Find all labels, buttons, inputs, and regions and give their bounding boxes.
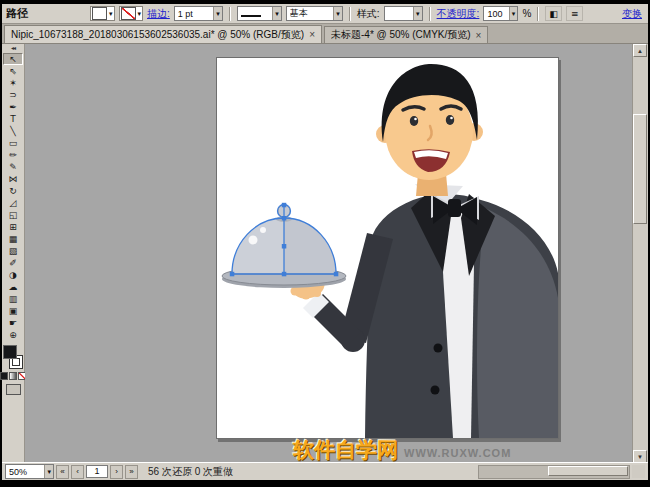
- paintbrush-tool[interactable]: ✏: [3, 149, 23, 161]
- color-mode-row: [0, 372, 26, 380]
- transform-link[interactable]: 变换: [622, 7, 642, 21]
- direct-selection-tool[interactable]: ⇖: [3, 65, 23, 77]
- close-icon[interactable]: ×: [476, 30, 482, 41]
- watermark-brand: 软件自学网: [293, 436, 398, 463]
- separator: [537, 7, 539, 21]
- width-tool[interactable]: ⋈: [3, 173, 23, 185]
- horizontal-scrollbar[interactable]: [478, 465, 630, 479]
- hand-tool[interactable]: ☛: [3, 317, 23, 329]
- separator: [429, 7, 431, 21]
- canvas-area[interactable]: 软件自学网 WWW.RUXW.COM: [25, 44, 632, 463]
- vertical-scrollbar[interactable]: ▲ ▼: [632, 44, 648, 463]
- close-icon[interactable]: ×: [309, 29, 315, 40]
- stroke-link[interactable]: 描边:: [147, 7, 170, 21]
- waiter-illustration: [217, 58, 558, 438]
- horizontal-scrollbar-thumb[interactable]: [548, 466, 628, 476]
- eyedropper-tool[interactable]: ✐: [3, 257, 23, 269]
- watermark: 软件自学网 WWW.RUXW.COM: [293, 436, 511, 463]
- last-artboard-button[interactable]: »: [125, 465, 138, 479]
- column-graph-tool[interactable]: ▥: [3, 293, 23, 305]
- tab-document-1[interactable]: Nipic_10673188_20180306153602536035.ai* …: [4, 25, 322, 43]
- scrollbar-corner: [632, 465, 645, 478]
- selection-tool[interactable]: ↖: [3, 53, 23, 65]
- fill-color-control[interactable]: [90, 6, 115, 21]
- line-segment-tool[interactable]: ╲: [3, 125, 23, 137]
- style-label: 样式:: [357, 7, 380, 21]
- tab-title: 未标题-4* @ 50% (CMYK/预览): [331, 28, 471, 42]
- blend-tool[interactable]: ◑: [3, 269, 23, 281]
- rotate-tool[interactable]: ↻: [3, 185, 23, 197]
- fill-swatch: [92, 7, 107, 20]
- zoom-tool[interactable]: ⊕: [3, 329, 23, 341]
- symbol-sprayer-tool[interactable]: ☁: [3, 281, 23, 293]
- tab-document-2[interactable]: 未标题-4* @ 50% (CMYK/预览) ×: [324, 26, 488, 43]
- waiter-head: [376, 64, 483, 196]
- opacity-suffix: %: [522, 8, 531, 19]
- artboard[interactable]: [216, 57, 559, 439]
- vertical-scrollbar-thumb[interactable]: [633, 114, 647, 224]
- stroke-color-control[interactable]: [119, 6, 144, 21]
- scroll-up-icon[interactable]: ▲: [633, 44, 647, 57]
- fill-color-box[interactable]: [3, 345, 17, 359]
- opacity-link[interactable]: 不透明度:: [437, 7, 480, 21]
- status-bar: 50% « ‹ 1 › » 56 次还原 0 次重做: [2, 462, 648, 480]
- first-artboard-button[interactable]: «: [56, 465, 69, 479]
- tool-list: ↖⇖✶⊃✒T╲▭✏✎⋈↻◿◱⊞▦▧✐◑☁▥▣☛⊕: [3, 53, 23, 341]
- recolor-artwork-icon[interactable]: ◧: [545, 6, 562, 21]
- opacity-value: 100: [487, 9, 506, 19]
- brush-name: 基本: [290, 7, 331, 20]
- gradient-tool[interactable]: ▧: [3, 245, 23, 257]
- color-button[interactable]: [0, 372, 8, 380]
- screenshot-root: 路径 描边: 1 pt 基本 样式: 不透明度: 100 % ◧ ≡ 变换 Ni…: [0, 0, 650, 487]
- rectangle-tool[interactable]: ▭: [3, 137, 23, 149]
- opacity-combo[interactable]: 100: [483, 6, 518, 21]
- tab-title: Nipic_10673188_20180306153602536035.ai* …: [11, 28, 304, 42]
- stroke-weight-value: 1 pt: [178, 9, 211, 19]
- perspective-grid-tool[interactable]: ⊞: [3, 221, 23, 233]
- toolbar-collapse[interactable]: ◂◂: [11, 44, 15, 53]
- type-tool[interactable]: T: [3, 113, 23, 125]
- scale-tool[interactable]: ◿: [3, 197, 23, 209]
- brush-profile-combo[interactable]: [237, 6, 282, 21]
- stroke-none-swatch: [121, 7, 136, 20]
- pencil-tool[interactable]: ✎: [3, 161, 23, 173]
- next-artboard-button[interactable]: ›: [110, 465, 123, 479]
- artboard-tool[interactable]: ▣: [3, 305, 23, 317]
- document-tab-bar: Nipic_10673188_20180306153602536035.ai* …: [2, 24, 648, 44]
- pen-tool[interactable]: ✒: [3, 101, 23, 113]
- artboard-number-field[interactable]: 1: [86, 465, 108, 478]
- align-icon[interactable]: ≡: [566, 6, 583, 21]
- zoom-value: 50%: [9, 467, 42, 477]
- brush-stroke-preview-icon: [241, 15, 261, 17]
- brush-definition-combo[interactable]: 基本: [286, 6, 343, 21]
- waiter-body: [365, 184, 558, 438]
- lasso-tool[interactable]: ⊃: [3, 89, 23, 101]
- tools-panel: ◂◂ ↖⇖✶⊃✒T╲▭✏✎⋈↻◿◱⊞▦▧✐◑☁▥▣☛⊕: [2, 44, 25, 463]
- gradient-button[interactable]: [9, 372, 17, 380]
- control-panel: 路径 描边: 1 pt 基本 样式: 不透明度: 100 % ◧ ≡ 变换: [2, 4, 648, 24]
- zoom-combo[interactable]: 50%: [5, 464, 54, 479]
- separator: [349, 7, 351, 21]
- style-combo[interactable]: [384, 6, 423, 21]
- mesh-tool[interactable]: ▦: [3, 233, 23, 245]
- previous-artboard-button[interactable]: ‹: [71, 465, 84, 479]
- context-label: 路径: [6, 6, 28, 21]
- watermark-site: WWW.RUXW.COM: [404, 447, 511, 459]
- shape-builder-tool[interactable]: ◱: [3, 209, 23, 221]
- stroke-weight-combo[interactable]: 1 pt: [174, 6, 223, 21]
- fill-stroke-control[interactable]: [3, 345, 23, 369]
- magic-wand-tool[interactable]: ✶: [3, 77, 23, 89]
- workspace: ◂◂ ↖⇖✶⊃✒T╲▭✏✎⋈↻◿◱⊞▦▧✐◑☁▥▣☛⊕: [2, 44, 648, 463]
- screen-mode-button[interactable]: [6, 384, 21, 395]
- illustrator-window: 路径 描边: 1 pt 基本 样式: 不透明度: 100 % ◧ ≡ 变换 Ni…: [2, 4, 648, 480]
- separator: [229, 7, 231, 21]
- status-message: 56 次还原 0 次重做: [148, 465, 233, 479]
